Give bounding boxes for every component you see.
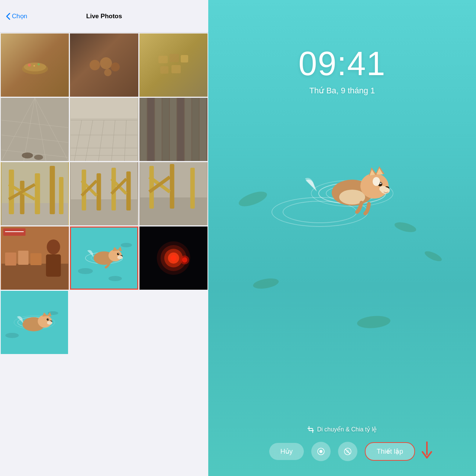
svg-rect-13 [171,65,181,73]
spread-illustration [157,52,190,78]
svg-rect-49 [35,173,40,214]
svg-point-124 [319,450,322,453]
svg-rect-37 [147,98,154,161]
down-arrow-icon [420,441,434,460]
svg-point-83 [78,268,93,274]
svg-point-108 [48,319,49,319]
svg-point-85 [109,276,122,281]
svg-rect-9 [158,56,168,63]
confirm-button[interactable]: Thiết lập [365,442,415,461]
svg-rect-10 [170,54,179,62]
move-scale-text: Di chuyển & Chia tỷ lệ [317,426,377,433]
photo-cell-foodstall[interactable] [1,226,69,290]
svg-rect-38 [155,98,161,161]
svg-point-97 [170,255,176,261]
photo-cell-dark-red[interactable] [139,226,208,290]
confirm-button-wrapper: Thiết lập [365,442,415,461]
svg-rect-75 [30,253,42,265]
navigation-bar: Chọn Live Photos [0,0,208,33]
svg-point-91 [118,255,123,259]
svg-rect-12 [160,66,168,74]
svg-point-84 [121,243,132,247]
svg-point-76 [47,239,60,254]
svg-rect-39 [162,98,169,161]
svg-point-89 [118,253,119,254]
svg-point-87 [109,250,122,261]
grid-row-1 [1,33,208,97]
svg-point-107 [47,318,49,321]
svg-rect-14 [1,98,68,161]
svg-point-99 [182,257,187,263]
corgi-bottom-illustration [1,291,68,354]
live-circle-icon [316,447,325,456]
svg-rect-50 [50,166,55,214]
action-buttons-row: Hủy Thiết lập [269,442,415,461]
svg-rect-43 [192,98,199,161]
corridor-illustration [70,98,138,161]
corgi-teal-illustration [70,226,138,290]
photo-cell-floor1[interactable] [1,98,69,161]
svg-rect-68 [190,168,194,209]
photo-cell-corgi-selected[interactable] [70,226,138,290]
svg-point-1 [24,62,46,71]
photo-cell-chair3[interactable] [139,162,208,225]
bottom-controls: Di chuyển & Chia tỷ lệ Hủy [208,426,476,476]
svg-point-8 [104,69,112,76]
svg-point-23 [34,155,43,160]
photo-library-panel: Chọn Live Photos [0,0,208,476]
svg-rect-48 [20,181,25,214]
red-arrow-indicator [420,441,434,461]
svg-rect-11 [181,55,188,62]
floor-illustration [1,98,69,161]
svg-rect-36 [140,98,147,161]
corgi-main-svg [295,149,414,231]
svg-point-6 [100,57,112,69]
dishes-illustration [87,52,121,78]
slash-circle-icon [343,447,352,456]
svg-line-127 [345,449,350,454]
dark-illustration [139,226,208,290]
svg-rect-34 [71,98,138,118]
back-label: Chọn [12,12,27,20]
svg-point-121 [379,186,387,192]
grid-row-2 [1,98,208,161]
photo-cell-corgi-bottom[interactable] [1,291,68,354]
chair-illustration-3 [139,162,208,225]
svg-rect-40 [170,98,176,161]
chevron-left-icon [6,13,10,20]
svg-rect-42 [184,98,191,161]
foodstall-illustration [1,226,69,290]
svg-point-2 [28,64,31,67]
chair-illustration-2 [70,162,138,225]
photo-cell-chair2[interactable] [70,162,138,225]
food-illustration [20,54,50,76]
svg-rect-44 [199,98,206,161]
svg-point-122 [373,177,380,186]
svg-point-3 [38,63,40,65]
disable-icon-button[interactable] [338,442,357,461]
grid-row-3 [1,162,208,225]
svg-rect-57 [97,173,101,210]
photo-cell-chair1[interactable] [1,162,69,225]
svg-rect-67 [170,164,174,209]
grid-row-5 [1,291,208,354]
svg-point-7 [111,62,120,71]
photo-cell-dishes[interactable] [70,33,138,97]
photo-cell-wood[interactable] [139,98,208,161]
page-title: Live Photos [86,13,122,20]
back-button[interactable]: Chọn [6,12,27,20]
svg-rect-41 [177,98,184,161]
cancel-button[interactable]: Hủy [269,443,304,460]
live-photo-icon-button[interactable] [311,442,331,461]
chair-illustration-1 [1,162,69,225]
svg-rect-73 [5,253,16,266]
svg-point-101 [6,333,19,338]
svg-point-5 [90,60,100,70]
photo-cell-fried-rice[interactable] [1,33,69,97]
clock-date: Thứ Ba, 9 tháng 1 [309,86,375,96]
photo-grid [0,33,208,476]
photo-cell-spread[interactable] [139,33,208,97]
svg-rect-74 [18,251,29,265]
photo-cell-corridor[interactable] [70,98,138,161]
grid-row-4 [1,226,208,290]
